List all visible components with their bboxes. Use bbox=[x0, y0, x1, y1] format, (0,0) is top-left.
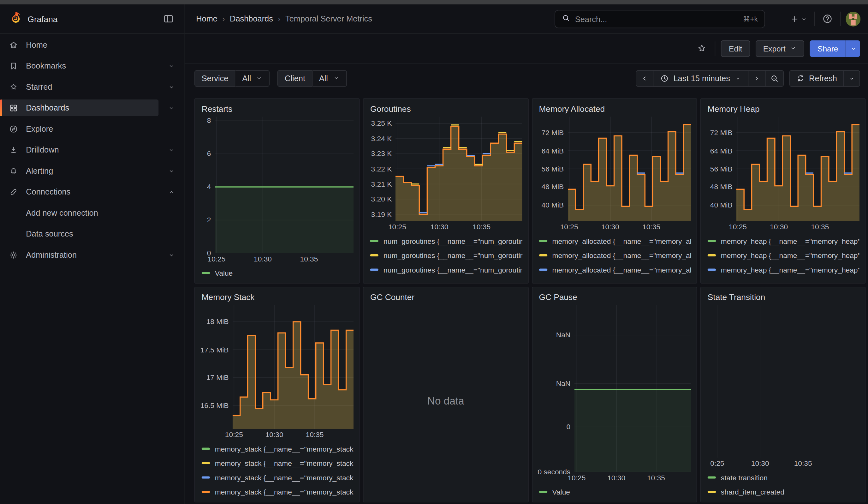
breadcrumb-item[interactable]: Dashboards bbox=[230, 14, 273, 23]
help-button[interactable] bbox=[820, 11, 836, 27]
grafana-home-button[interactable]: Grafana bbox=[8, 11, 58, 27]
sidebar-item-bookmarks[interactable]: Bookmarks bbox=[0, 58, 184, 74]
panel-chart[interactable]: 18 MiB17.5 MiB17 MiB16.5 MiB10:2510:3010… bbox=[200, 305, 353, 439]
legend-label[interactable]: memory_stack {__name__="memory_stack" bbox=[215, 487, 354, 496]
favorite-star-button[interactable] bbox=[695, 41, 710, 56]
filter-value-dropdown[interactable]: All bbox=[312, 70, 347, 86]
panel-title[interactable]: Memory Stack bbox=[200, 291, 353, 303]
filter-value-dropdown[interactable]: All bbox=[236, 70, 270, 86]
legend-label[interactable]: memory_heap {__name__="memory_heap" bbox=[721, 280, 860, 280]
panel-chart[interactable]: 3.25 K3.24 K3.23 K3.22 K3.21 K3.20 K3.19… bbox=[369, 116, 523, 231]
panel-title[interactable]: Restarts bbox=[200, 103, 353, 115]
legend-label[interactable]: Value bbox=[552, 487, 691, 496]
sidebar-item-home[interactable]: Home bbox=[0, 37, 184, 53]
add-new-button[interactable] bbox=[788, 12, 809, 26]
y-tick-label: 17.5 MiB bbox=[200, 346, 229, 354]
breadcrumb-item[interactable]: Home bbox=[196, 14, 217, 23]
sidebar-item-add-new-connection[interactable]: Add new connection bbox=[0, 205, 184, 222]
legend-label[interactable]: memory_allocated {__name__="memory_alloc… bbox=[552, 237, 691, 245]
legend-label[interactable]: Value bbox=[215, 269, 354, 277]
chevron-down-icon[interactable] bbox=[158, 104, 184, 112]
sidebar-item-alerting[interactable]: Alerting bbox=[0, 163, 184, 179]
panel-legend: memory_stack {__name__="memory_stack"mem… bbox=[200, 442, 353, 499]
sidebar-toggle-button[interactable] bbox=[161, 11, 176, 27]
time-range-forward-button[interactable] bbox=[748, 70, 765, 86]
sidebar-item-dashboards[interactable]: Dashboards bbox=[0, 100, 184, 116]
panel-chart[interactable]: 72 MiB64 MiB56 MiB48 MiB40 MiB10:2510:30… bbox=[538, 116, 691, 231]
legend-item: num_goroutines {__name__="num_goroutines… bbox=[370, 277, 523, 280]
legend-swatch bbox=[202, 462, 210, 464]
legend-label[interactable]: memory_stack {__name__="memory_stack" bbox=[215, 459, 354, 467]
chevron-up-icon[interactable] bbox=[158, 188, 184, 195]
plot-area[interactable]: 10:2510:3010:35 bbox=[568, 116, 691, 231]
share-menu-button[interactable] bbox=[847, 40, 860, 57]
breadcrumb-item: Temporal Server Metrics bbox=[285, 14, 372, 23]
zoom-out-button[interactable] bbox=[765, 70, 784, 86]
refresh-button[interactable]: Refresh bbox=[789, 70, 844, 86]
plot-area[interactable]: 10:2510:3010:35 bbox=[396, 116, 523, 231]
chevron-down-icon[interactable] bbox=[158, 167, 184, 174]
refresh-interval-dropdown[interactable] bbox=[844, 70, 860, 86]
panel-chart[interactable]: NaNNaN00 seconds10:2510:3010:35 bbox=[538, 305, 691, 482]
panel-title[interactable]: GC Pause bbox=[538, 291, 691, 303]
legend-label[interactable]: memory_allocated {__name__="memory_alloc… bbox=[552, 280, 691, 280]
legend-label[interactable]: num_goroutines {__name__="num_goroutines… bbox=[383, 280, 523, 280]
panel-title[interactable]: State Transition bbox=[706, 291, 859, 303]
share-split-button: Share bbox=[810, 40, 860, 57]
legend-swatch bbox=[707, 476, 716, 479]
chevron-down-icon[interactable] bbox=[158, 251, 184, 258]
time-range-back-button[interactable] bbox=[636, 70, 654, 86]
legend-label[interactable]: shard_item_created bbox=[721, 487, 860, 496]
plot-area[interactable]: 0:2510:3010:35 bbox=[706, 305, 859, 468]
panel-title[interactable]: GC Counter bbox=[369, 291, 523, 303]
sidebar-item-data-sources[interactable]: Data sources bbox=[0, 225, 184, 242]
search-input[interactable]: Search... ⌘+k bbox=[555, 10, 765, 28]
panel-title[interactable]: Memory Heap bbox=[706, 103, 859, 115]
y-tick-label: 3.21 K bbox=[371, 180, 392, 188]
legend-label[interactable]: memory_allocated {__name__="memory_alloc… bbox=[552, 251, 691, 259]
legend-item: memory_allocated {__name__="memory_alloc… bbox=[539, 234, 691, 248]
legend-label[interactable]: state transition bbox=[721, 473, 860, 482]
sidebar-item-starred[interactable]: Starred bbox=[0, 79, 184, 95]
legend-label[interactable]: memory_stack {__name__="memory_stack" bbox=[215, 473, 354, 482]
panel-chart[interactable]: 8642010:2510:3010:35 bbox=[200, 116, 353, 263]
panel-title[interactable]: Goroutines bbox=[369, 103, 523, 115]
edit-label: Edit bbox=[729, 44, 742, 53]
export-button[interactable]: Export bbox=[755, 40, 804, 57]
legend-label[interactable]: memory_heap {__name__="memory_heap" bbox=[721, 266, 860, 274]
legend-label[interactable]: memory_heap {__name__="memory_heap" bbox=[721, 251, 860, 259]
sidebar-item-label: Add new connection bbox=[26, 208, 98, 217]
plot-area[interactable]: 10:2510:3010:35 bbox=[232, 305, 354, 439]
plot-area[interactable]: 10:2510:3010:35 bbox=[736, 116, 860, 231]
legend-label[interactable]: num_goroutines {__name__="num_goroutines… bbox=[383, 266, 523, 274]
share-button[interactable]: Share bbox=[810, 40, 846, 57]
sidebar-item-connections[interactable]: Connections bbox=[0, 184, 184, 200]
sidebar-item-label: Connections bbox=[26, 187, 70, 196]
legend-label[interactable]: memory_heap {__name__="memory_heap" bbox=[721, 237, 860, 245]
time-range-picker[interactable]: Last 15 minutes bbox=[653, 70, 748, 86]
plot-area[interactable]: 10:2510:3010:35 bbox=[215, 116, 354, 263]
y-tick-label: 0 seconds bbox=[538, 468, 571, 476]
legend-label[interactable]: num_goroutines {__name__="num_goroutines… bbox=[383, 251, 523, 259]
plot-area[interactable]: 10:2510:3010:35 bbox=[574, 305, 691, 482]
chevron-down-icon[interactable] bbox=[158, 146, 184, 154]
panel-title[interactable]: Memory Allocated bbox=[538, 103, 691, 115]
y-tick-label: 2 bbox=[207, 216, 211, 224]
legend-item: memory_stack {__name__="memory_stack" bbox=[202, 485, 354, 499]
legend-label[interactable]: memory_allocated {__name__="memory_alloc… bbox=[552, 266, 691, 274]
legend-label[interactable]: num_goroutines {__name__="num_goroutines… bbox=[383, 237, 523, 245]
sidebar-item-drilldown[interactable]: Drilldown bbox=[0, 142, 184, 158]
y-tick-label: 3.19 K bbox=[371, 210, 392, 218]
panel-chart[interactable]: 72 MiB64 MiB56 MiB48 MiB40 MiB10:2510:30… bbox=[706, 116, 859, 231]
chevron-down-icon[interactable] bbox=[158, 62, 184, 70]
panel-chart[interactable]: 0:2510:3010:35 bbox=[706, 305, 859, 468]
edit-button[interactable]: Edit bbox=[721, 40, 750, 57]
sidebar-item-explore[interactable]: Explore bbox=[0, 121, 184, 137]
legend-item: memory_heap {__name__="memory_heap" bbox=[707, 234, 860, 248]
sidebar-item-administration[interactable]: Administration bbox=[0, 247, 184, 263]
filter-value: All bbox=[319, 74, 328, 83]
y-axis: 72 MiB64 MiB56 MiB48 MiB40 MiB bbox=[706, 116, 736, 231]
legend-label[interactable]: memory_stack {__name__="memory_stack" bbox=[215, 445, 354, 453]
avatar[interactable] bbox=[846, 11, 861, 26]
chevron-down-icon[interactable] bbox=[158, 83, 184, 90]
